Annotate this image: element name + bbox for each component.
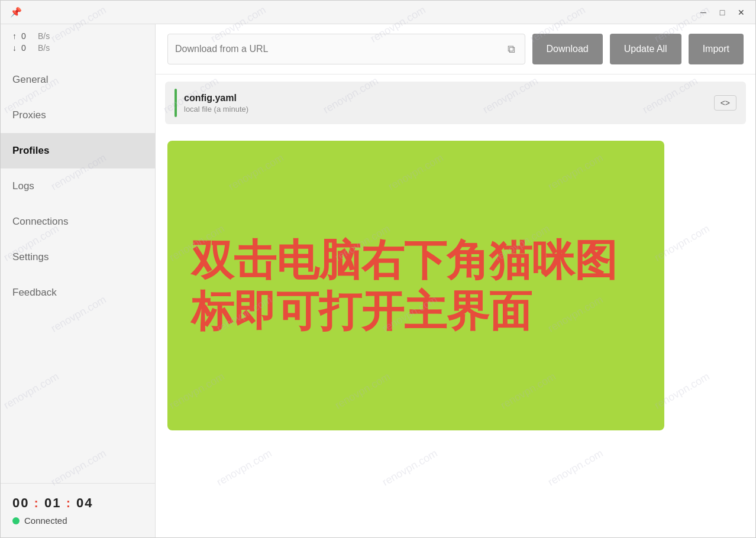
update-all-button[interactable]: Update All [610,34,681,64]
download-button[interactable]: Download [532,34,603,64]
sidebar-item-proxies[interactable]: Proxies [1,98,155,133]
main-layout: ↑ 0 B/s ↓ 0 B/s General Proxies Profiles… [1,24,755,537]
timer-hours: 00 [12,495,29,510]
titlebar: 📌 ─ □ ✕ [1,1,755,24]
timer-minutes: 01 [44,495,61,510]
url-input-wrapper[interactable]: ⧉ [167,34,525,64]
copy-url-button[interactable]: ⧉ [505,41,518,58]
url-input[interactable] [175,44,505,54]
sidebar-item-connections[interactable]: Connections [1,204,155,239]
profile-list: config.yaml local file (a minute) <> [156,74,755,131]
content-area: ⧉ Download Update All Import config.yaml… [156,24,755,537]
connection-status: Connected [12,516,143,526]
sidebar: ↑ 0 B/s ↓ 0 B/s General Proxies Profiles… [1,24,156,537]
profile-info: config.yaml local file (a minute) [184,93,707,114]
connected-label: Connected [24,516,67,526]
banner-area: 双击电脑右下角猫咪图标即可打开主界面 [156,131,755,537]
profile-item[interactable]: config.yaml local file (a minute) <> [165,82,746,124]
nav-items: General Proxies Profiles Logs Connection… [1,62,155,483]
timer-seconds: 04 [76,495,93,510]
download-unit: B/s [38,43,50,53]
connected-dot-icon [12,517,20,524]
download-value: 0 [21,43,33,53]
import-button[interactable]: Import [689,34,744,64]
upload-value: 0 [21,31,33,41]
toolbar: ⧉ Download Update All Import [156,24,755,74]
main-window: 📌 ─ □ ✕ ↑ 0 B/s ↓ 0 B/s Gene [0,0,756,538]
connection-timer: 00 : 01 : 04 [12,495,143,511]
sidebar-bottom: 00 : 01 : 04 Connected [1,483,155,537]
download-arrow-icon: ↓ [12,43,17,53]
upload-arrow-icon: ↑ [12,31,17,41]
upload-stat: ↑ 0 B/s [12,31,143,41]
pin-icon: 📌 [5,7,22,18]
instruction-banner: 双击电脑右下角猫咪图标即可打开主界面 [167,141,664,430]
banner-text: 双击电脑右下角猫咪图标即可打开主界面 [191,235,641,337]
sidebar-item-profiles[interactable]: Profiles [1,133,155,168]
close-button[interactable]: ✕ [732,4,751,21]
stats-panel: ↑ 0 B/s ↓ 0 B/s [1,24,155,62]
minimize-button[interactable]: ─ [694,4,713,21]
sidebar-item-settings[interactable]: Settings [1,239,155,275]
profile-name: config.yaml [184,93,707,103]
upload-unit: B/s [38,31,50,41]
profile-code-button[interactable]: <> [714,95,736,111]
sidebar-item-logs[interactable]: Logs [1,168,155,204]
sidebar-item-feedback[interactable]: Feedback [1,275,155,310]
profile-active-indicator [175,89,177,117]
maximize-button[interactable]: □ [713,4,732,21]
sidebar-item-general[interactable]: General [1,62,155,98]
profile-subtitle: local file (a minute) [184,105,707,114]
download-stat: ↓ 0 B/s [12,43,143,53]
